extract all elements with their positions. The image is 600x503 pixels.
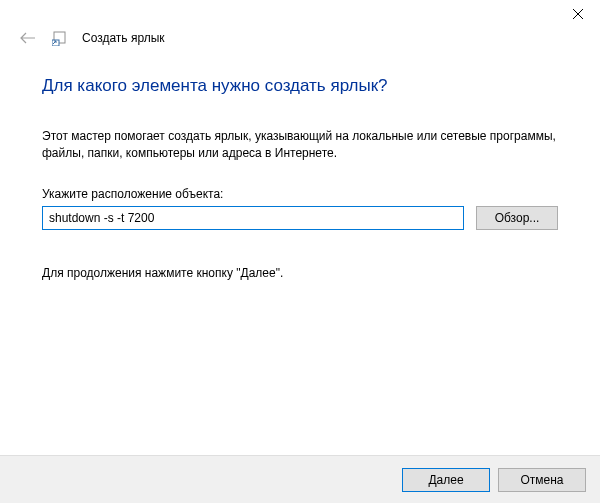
page-heading: Для какого элемента нужно создать ярлык?: [42, 76, 558, 96]
cancel-button[interactable]: Отмена: [498, 468, 586, 492]
wizard-content: Для какого элемента нужно создать ярлык?…: [0, 56, 600, 280]
close-button[interactable]: [555, 0, 600, 28]
next-button[interactable]: Далее: [402, 468, 490, 492]
continue-hint: Для продолжения нажмите кнопку "Далее".: [42, 266, 558, 280]
browse-button[interactable]: Обзор...: [476, 206, 558, 230]
back-button[interactable]: [18, 32, 38, 44]
wizard-title: Создать ярлык: [82, 31, 165, 45]
window-titlebar: [0, 0, 600, 30]
location-row: Обзор...: [42, 206, 558, 230]
location-input[interactable]: [42, 206, 464, 230]
shortcut-icon: [52, 30, 68, 46]
location-label: Укажите расположение объекта:: [42, 187, 558, 201]
wizard-footer: Далее Отмена: [0, 455, 600, 503]
close-icon: [573, 9, 583, 19]
back-arrow-icon: [20, 32, 36, 44]
wizard-description: Этот мастер помогает создать ярлык, указ…: [42, 128, 558, 163]
wizard-header: Создать ярлык: [0, 30, 600, 56]
